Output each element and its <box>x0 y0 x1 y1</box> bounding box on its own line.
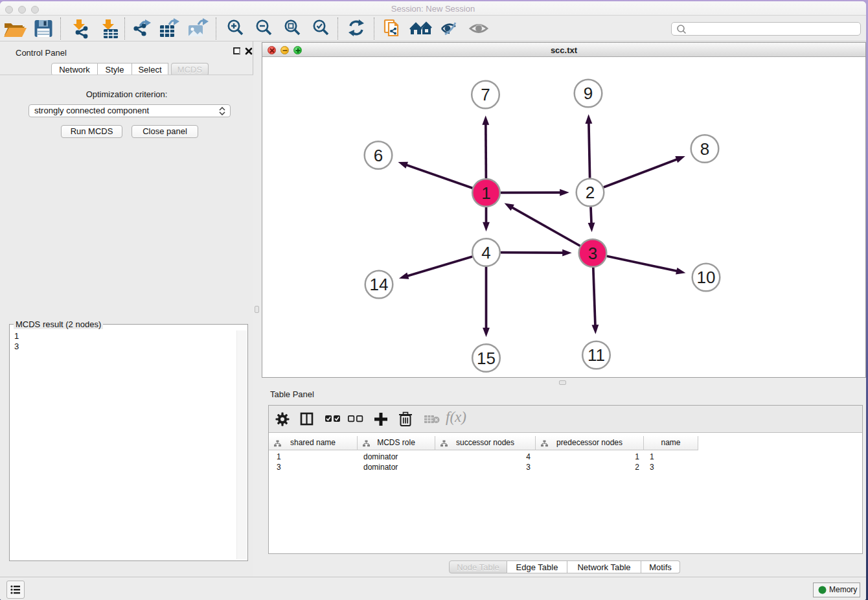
svg-text:3: 3 <box>588 244 597 263</box>
svg-text:6: 6 <box>374 146 383 165</box>
svg-text:8: 8 <box>700 139 709 159</box>
svg-text:4: 4 <box>481 243 490 262</box>
svg-text:15: 15 <box>477 349 496 368</box>
svg-text:9: 9 <box>584 84 593 103</box>
svg-text:11: 11 <box>588 345 605 365</box>
svg-text:1: 1 <box>481 183 490 203</box>
svg-text:7: 7 <box>481 85 490 104</box>
svg-text:2: 2 <box>586 183 595 202</box>
svg-text:10: 10 <box>697 268 716 287</box>
svg-text:14: 14 <box>370 275 389 294</box>
